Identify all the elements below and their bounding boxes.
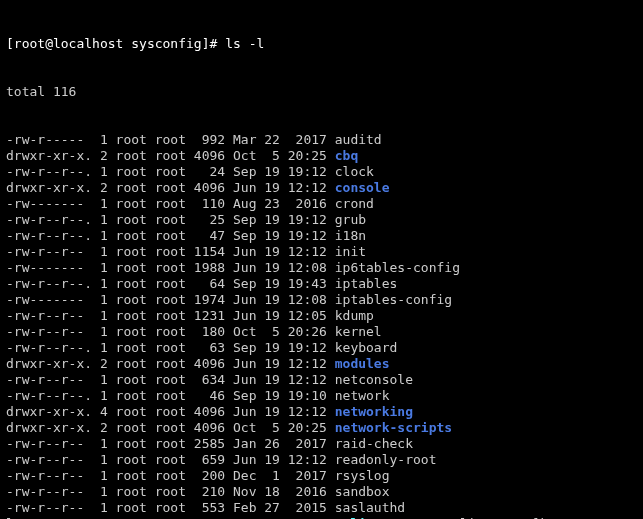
file-name: init	[335, 244, 366, 259]
typed-command: ls -l	[225, 36, 264, 51]
file-name: saslauthd	[335, 500, 405, 515]
file-row: -rw-r--r-- 1 root root 2585 Jan 26 2017 …	[6, 436, 637, 452]
file-row: -rw-r--r-- 1 root root 659 Jun 19 12:12 …	[6, 452, 637, 468]
file-name: ip6tables-config	[335, 260, 460, 275]
file-row: -rw-r--r-- 1 root root 553 Feb 27 2015 s…	[6, 500, 637, 516]
file-name: grub	[335, 212, 366, 227]
file-name: networking	[335, 404, 413, 419]
file-row: drwxr-xr-x. 2 root root 4096 Oct 5 20:25…	[6, 420, 637, 436]
file-row: -rw-r--r-- 1 root root 1231 Jun 19 12:05…	[6, 308, 637, 324]
file-row: -rw-r--r-- 1 root root 1154 Jun 19 12:12…	[6, 244, 637, 260]
file-name: auditd	[335, 132, 382, 147]
file-row: drwxr-xr-x. 2 root root 4096 Oct 5 20:25…	[6, 148, 637, 164]
file-row: -rw-r--r--. 1 root root 25 Sep 19 19:12 …	[6, 212, 637, 228]
file-name: modules	[335, 356, 390, 371]
file-row: -rw-r--r-- 1 root root 200 Dec 1 2017 rs…	[6, 468, 637, 484]
file-name: rsyslog	[335, 468, 390, 483]
file-row: -rw-r--r--. 1 root root 64 Sep 19 19:43 …	[6, 276, 637, 292]
file-name: readonly-root	[335, 452, 437, 467]
file-row: -rw-r----- 1 root root 992 Mar 22 2017 a…	[6, 132, 637, 148]
file-name: sandbox	[335, 484, 390, 499]
shell-prompt: [root@localhost sysconfig]#	[6, 36, 217, 51]
file-row: drwxr-xr-x. 4 root root 4096 Jun 19 12:1…	[6, 404, 637, 420]
file-row: drwxr-xr-x. 2 root root 4096 Jun 19 12:1…	[6, 356, 637, 372]
file-name: crond	[335, 196, 374, 211]
file-name: kdump	[335, 308, 374, 323]
file-row: -rw-r--r--. 1 root root 46 Sep 19 19:10 …	[6, 388, 637, 404]
file-name: cbq	[335, 148, 358, 163]
file-row: -rw-r--r--. 1 root root 63 Sep 19 19:12 …	[6, 340, 637, 356]
command-line: [root@localhost sysconfig]# ls -l	[6, 36, 637, 52]
file-name: kernel	[335, 324, 382, 339]
file-listing: -rw-r----- 1 root root 992 Mar 22 2017 a…	[6, 132, 637, 519]
file-row: -rw------- 1 root root 110 Aug 23 2016 c…	[6, 196, 637, 212]
file-row: -rw-r--r--. 1 root root 47 Sep 19 19:12 …	[6, 228, 637, 244]
file-name: keyboard	[335, 340, 398, 355]
file-row: -rw-r--r-- 1 root root 634 Jun 19 12:12 …	[6, 372, 637, 388]
file-row: -rw------- 1 root root 1974 Jun 19 12:08…	[6, 292, 637, 308]
file-name: netconsole	[335, 372, 413, 387]
file-name: i18n	[335, 228, 366, 243]
file-name: raid-check	[335, 436, 413, 451]
file-name: iptables-config	[335, 292, 452, 307]
file-name: clock	[335, 164, 374, 179]
file-row: -rw-r--r-- 1 root root 180 Oct 5 20:26 k…	[6, 324, 637, 340]
file-name: network	[335, 388, 390, 403]
file-row: -rw-r--r-- 1 root root 210 Nov 18 2016 s…	[6, 484, 637, 500]
file-row: -rw-r--r--. 1 root root 24 Sep 19 19:12 …	[6, 164, 637, 180]
file-row: -rw------- 1 root root 1988 Jun 19 12:08…	[6, 260, 637, 276]
file-name: console	[335, 180, 390, 195]
terminal-output[interactable]: [root@localhost sysconfig]# ls -l total …	[0, 0, 643, 519]
file-name: network-scripts	[335, 420, 452, 435]
total-line: total 116	[6, 84, 637, 100]
file-name: iptables	[335, 276, 398, 291]
file-row: drwxr-xr-x. 2 root root 4096 Jun 19 12:1…	[6, 180, 637, 196]
